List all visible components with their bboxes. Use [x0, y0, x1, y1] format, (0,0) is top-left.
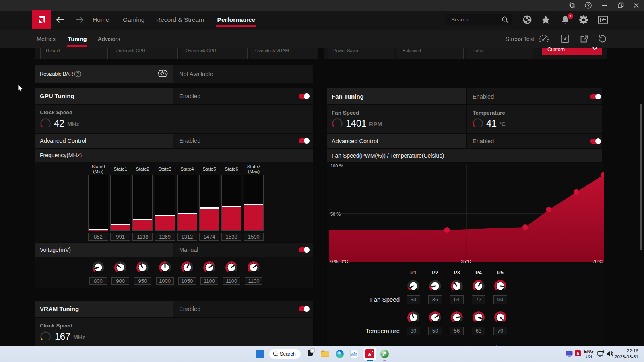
svg-text:a: a	[368, 351, 371, 357]
